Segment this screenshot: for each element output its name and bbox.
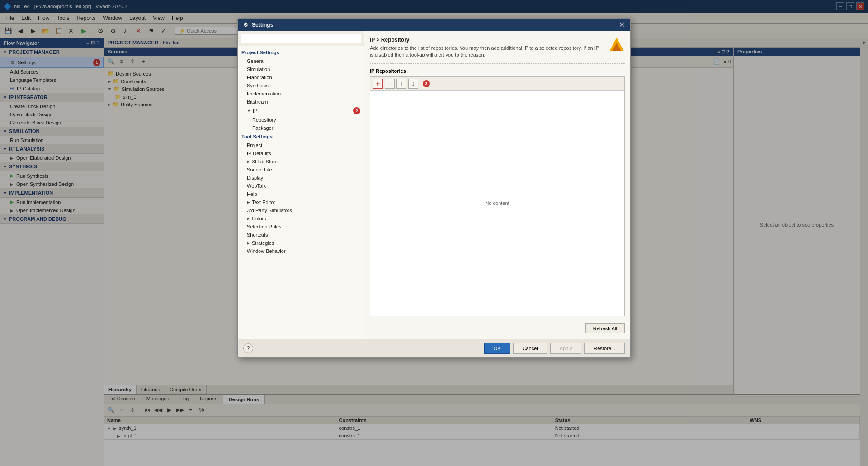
content-header-text: IP > Repository Add directories to the l…	[370, 37, 603, 59]
ok-button[interactable]: OK	[484, 343, 510, 354]
settings-ip-parent[interactable]: ▼ IP 2	[238, 106, 364, 116]
settings-text-editor[interactable]: ▶ Text Editor	[238, 198, 364, 206]
settings-colors[interactable]: ▶ Colors	[238, 214, 364, 223]
settings-ip-defaults[interactable]: IP Defaults	[238, 149, 364, 157]
settings-bitstream[interactable]: Bitstream	[238, 98, 364, 106]
settings-dialog: ⚙ Settings ✕ Project Settings General Si…	[237, 18, 631, 358]
ip-remove-button[interactable]: −	[385, 79, 395, 89]
settings-tree-body: Project Settings General Simulation Elab…	[238, 46, 364, 339]
colors-arrow: ▶	[247, 216, 250, 221]
settings-repository[interactable]: Repository	[238, 116, 364, 124]
settings-synthesis[interactable]: Synthesis	[238, 81, 364, 90]
settings-general[interactable]: General	[238, 57, 364, 65]
xhub-label: XHub Store	[252, 159, 278, 164]
settings-packager[interactable]: Packager	[238, 124, 364, 132]
settings-selection-rules[interactable]: Selection Rules	[238, 223, 364, 231]
ip-repos-toolbar: + − ↑ ↓ 3	[370, 77, 624, 91]
settings-source-file[interactable]: Source File	[238, 166, 364, 174]
apply-button[interactable]: Apply	[550, 343, 582, 354]
footer-buttons: OK Cancel Apply Restore...	[484, 343, 625, 354]
settings-ip-label: IP	[253, 108, 257, 114]
vivado-logo-svg	[609, 37, 625, 53]
settings-elaboration[interactable]: Elaboration	[238, 73, 364, 81]
ip-no-content: No content	[485, 200, 509, 206]
content-header: IP > Repository Add directories to the l…	[370, 37, 625, 64]
settings-section-project[interactable]: Project Settings	[238, 48, 364, 57]
settings-xhub-store[interactable]: ▶ XHub Store	[238, 157, 364, 166]
dialog-icon: ⚙	[243, 22, 248, 28]
content-breadcrumb: IP > Repository	[370, 37, 603, 43]
xhub-arrow: ▶	[247, 159, 250, 164]
cancel-button[interactable]: Cancel	[513, 343, 547, 354]
refresh-all-area: Refresh All	[370, 320, 625, 333]
settings-implementation[interactable]: Implementation	[238, 90, 364, 98]
content-description: Add directories to the list of repositor…	[370, 45, 603, 59]
settings-tree: Project Settings General Simulation Elab…	[238, 31, 364, 339]
settings-webtalk[interactable]: WebTalk	[238, 182, 364, 190]
text-editor-arrow: ▶	[247, 200, 250, 204]
settings-help[interactable]: Help	[238, 190, 364, 198]
colors-label: Colors	[252, 216, 266, 221]
dialog-close-button[interactable]: ✕	[619, 21, 625, 29]
settings-project[interactable]: Project	[238, 141, 364, 149]
dialog-help-button[interactable]: ?	[243, 343, 253, 353]
restore-button[interactable]: Restore...	[584, 343, 625, 354]
strategies-arrow: ▶	[247, 241, 250, 245]
ip-repositories-container: + − ↑ ↓ 3 No content	[370, 76, 625, 316]
settings-section-tool[interactable]: Tool Settings	[238, 132, 364, 141]
dialog-title-text: Settings	[252, 22, 273, 28]
settings-3rd-party[interactable]: 3rd Party Simulators	[238, 206, 364, 214]
settings-display[interactable]: Display	[238, 174, 364, 182]
ip-add-button[interactable]: +	[373, 79, 383, 89]
settings-strategies[interactable]: ▶ Strategies	[238, 239, 364, 247]
settings-simulation[interactable]: Simulation	[238, 65, 364, 73]
vivado-logo	[609, 37, 625, 53]
settings-search-area	[238, 31, 364, 46]
ip-repos-body: No content	[370, 91, 624, 316]
refresh-all-button[interactable]: Refresh All	[585, 323, 625, 333]
dialog-title-content: ⚙ Settings	[243, 22, 273, 28]
ip-repositories-label: IP Repositories	[370, 68, 625, 74]
ip-up-button[interactable]: ↑	[396, 79, 406, 89]
text-editor-label: Text Editor	[252, 200, 275, 205]
ip-down-button[interactable]: ↓	[408, 79, 418, 89]
repo-badge: 3	[423, 80, 430, 87]
dialog-body: Project Settings General Simulation Elab…	[238, 31, 630, 339]
settings-content: IP > Repository Add directories to the l…	[364, 31, 630, 339]
settings-window-behavior[interactable]: Window Behavior	[238, 247, 364, 255]
strategies-label: Strategies	[252, 240, 274, 246]
ip-badge: 2	[353, 107, 360, 114]
dialog-title: ⚙ Settings ✕	[238, 19, 630, 31]
settings-shortcuts[interactable]: Shortcuts	[238, 231, 364, 239]
ip-expand-arrow: ▼	[247, 109, 251, 113]
settings-search-input[interactable]	[241, 34, 361, 43]
modal-overlay: ⚙ Settings ✕ Project Settings General Si…	[0, 0, 868, 466]
dialog-footer: ? OK Cancel Apply Restore...	[238, 339, 630, 357]
